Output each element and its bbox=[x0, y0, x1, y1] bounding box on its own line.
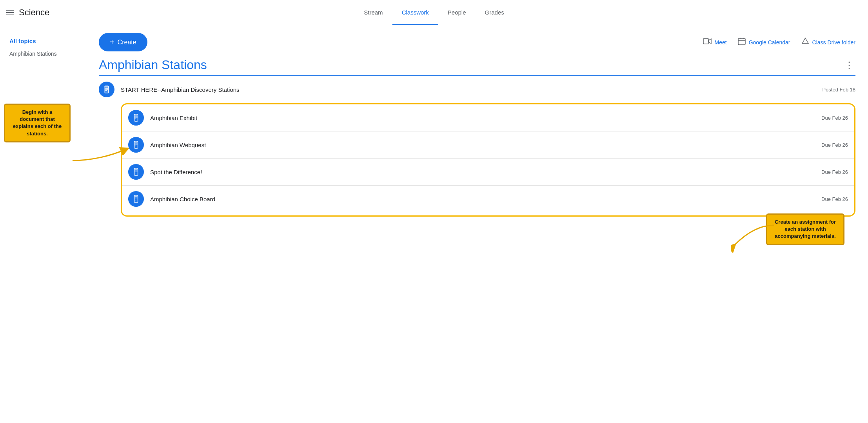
content-area: + Create Meet bbox=[86, 25, 868, 423]
table-row[interactable]: Spot the Difference! Due Feb 26 bbox=[122, 159, 854, 186]
callout-left: Begin with a document that explains each… bbox=[4, 104, 71, 142]
drive-label: Class Drive folder bbox=[812, 39, 855, 46]
assignment-due-2: Due Feb 26 bbox=[815, 169, 848, 175]
app-title: Science bbox=[19, 7, 49, 18]
calendar-icon bbox=[738, 37, 746, 47]
svg-rect-10 bbox=[105, 86, 109, 88]
create-button[interactable]: + Create bbox=[99, 33, 147, 51]
svg-marker-5 bbox=[802, 38, 808, 44]
header-nav: Stream Classwork People Grades bbox=[354, 0, 513, 25]
tab-stream[interactable]: Stream bbox=[354, 0, 392, 25]
calendar-link[interactable]: Google Calendar bbox=[738, 37, 790, 47]
more-options-icon[interactable]: ⋮ bbox=[843, 58, 855, 72]
start-here-posted: Posted Feb 18 bbox=[816, 87, 855, 93]
toolbar-right: Meet Google Calendar bbox=[703, 37, 855, 47]
svg-rect-0 bbox=[703, 38, 708, 44]
assignment-icon-3 bbox=[128, 191, 144, 207]
table-row[interactable]: Amphibian Choice Board Due Feb 26 bbox=[122, 186, 854, 212]
svg-rect-1 bbox=[738, 38, 745, 45]
start-here-icon bbox=[99, 82, 114, 97]
tab-grades[interactable]: Grades bbox=[476, 0, 514, 25]
topic-section: Amphibian Stations ⋮ bbox=[99, 58, 855, 217]
header: Science Stream Classwork People Grades bbox=[0, 0, 868, 25]
video-icon bbox=[703, 38, 712, 47]
svg-rect-17 bbox=[134, 115, 137, 116]
assignment-icon-2 bbox=[128, 164, 144, 180]
start-here-row[interactable]: START HERE--Amphibian Discovery Stations… bbox=[99, 76, 855, 103]
sidebar-item-all-topics[interactable]: All topics bbox=[0, 35, 86, 47]
table-row[interactable]: Amphibian Exhibit Due Feb 26 bbox=[122, 104, 854, 131]
tab-classwork[interactable]: Classwork bbox=[392, 0, 438, 25]
assignment-name-0: Amphibian Exhibit bbox=[150, 115, 815, 121]
toolbar: + Create Meet bbox=[99, 25, 855, 58]
assignment-due-0: Due Feb 26 bbox=[815, 115, 848, 121]
sidebar-item-amphibian-stations[interactable]: Amphibian Stations bbox=[0, 47, 86, 60]
assignment-name-1: Amphibian Webquest bbox=[150, 142, 815, 148]
header-left: Science bbox=[6, 7, 85, 18]
assignment-due-1: Due Feb 26 bbox=[815, 142, 848, 148]
assignment-due-3: Due Feb 26 bbox=[815, 196, 848, 202]
assignment-icon-0 bbox=[128, 110, 144, 126]
assignment-name-3: Amphibian Choice Board bbox=[150, 196, 815, 202]
svg-rect-21 bbox=[134, 142, 137, 143]
station-assignments-box: Amphibian Exhibit Due Feb 26 Amphibian bbox=[121, 103, 855, 217]
table-row[interactable]: Amphibian Webquest Due Feb 26 bbox=[122, 131, 854, 159]
create-button-label: Create bbox=[118, 39, 136, 46]
topic-title: Amphibian Stations bbox=[99, 58, 207, 72]
assignment-icon-1 bbox=[128, 137, 144, 153]
plus-icon: + bbox=[110, 38, 114, 47]
start-here-name: START HERE--Amphibian Discovery Stations bbox=[121, 86, 816, 93]
assignment-name-2: Spot the Difference! bbox=[150, 169, 815, 175]
meet-label: Meet bbox=[715, 39, 727, 46]
hamburger-menu-button[interactable] bbox=[6, 10, 14, 15]
drive-icon bbox=[801, 37, 809, 47]
calendar-label: Google Calendar bbox=[749, 39, 790, 46]
svg-rect-25 bbox=[134, 169, 137, 170]
callout-right: Create an assignment for each station wi… bbox=[766, 213, 844, 245]
tab-people[interactable]: People bbox=[438, 0, 476, 25]
meet-link[interactable]: Meet bbox=[703, 38, 727, 47]
drive-link[interactable]: Class Drive folder bbox=[801, 37, 855, 47]
svg-rect-29 bbox=[134, 196, 137, 197]
sidebar: All topics Amphibian Stations Begin with… bbox=[0, 25, 86, 423]
topic-header: Amphibian Stations ⋮ bbox=[99, 58, 855, 76]
main-container: All topics Amphibian Stations Begin with… bbox=[0, 25, 868, 423]
